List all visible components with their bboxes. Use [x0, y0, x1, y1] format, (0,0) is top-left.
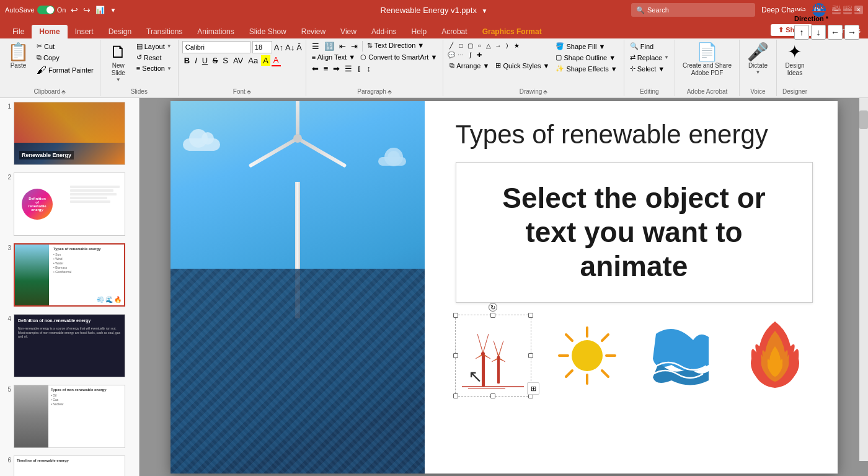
fire-icon-container[interactable] — [737, 315, 813, 396]
shape-oval[interactable]: ○ — [475, 41, 484, 50]
strikethrough-button[interactable]: S̶ — [211, 55, 219, 66]
tab-acrobat[interactable]: Acrobat — [434, 25, 474, 38]
shape-line[interactable]: ╱ — [447, 41, 456, 50]
sun-icon-container[interactable] — [549, 315, 625, 396]
shape-chevron[interactable]: ⟩ — [503, 41, 512, 50]
direction-down-btn[interactable]: ↓ — [811, 38, 826, 40]
shape-curve[interactable]: ∫ — [466, 50, 474, 59]
direction-left-btn[interactable]: ← — [828, 38, 843, 40]
shape-more[interactable]: ⋯ — [456, 50, 465, 59]
slide-thumb-1[interactable]: 1 Renewable Energy — [0, 98, 139, 169]
tab-help[interactable]: Help — [404, 25, 435, 38]
underline-button[interactable]: U — [200, 55, 210, 66]
drawing-expand-icon[interactable]: ⬘ — [543, 89, 547, 95]
copy-paste-overlay[interactable]: ⊞ — [527, 382, 539, 395]
tab-animations[interactable]: Animations — [190, 25, 241, 38]
font-color-button[interactable]: A — [272, 55, 281, 66]
char-spacing-button[interactable]: AV — [231, 55, 245, 66]
font-expand-icon[interactable]: ⬘ — [247, 89, 251, 95]
tab-transitions[interactable]: Transitions — [139, 25, 190, 38]
increase-indent-button[interactable]: ⇥ — [349, 41, 360, 52]
align-right-button[interactable]: ➡ — [331, 63, 342, 74]
align-center-button[interactable]: ≡ — [322, 63, 330, 74]
layout-button[interactable]: ▤ Layout ▼ — [134, 41, 174, 52]
cut-button[interactable]: ✂ Cut — [34, 41, 96, 52]
dictate-button[interactable]: 🎤 Dictate ▼ — [743, 41, 773, 78]
redo-icon[interactable]: ↪ — [83, 5, 91, 15]
shape-rounded[interactable]: ▢ — [466, 41, 474, 50]
font-size-select[interactable]: 18 — [252, 41, 272, 53]
scrollbar-thumb[interactable] — [859, 110, 868, 129]
tab-graphics-format[interactable]: Graphics Format — [475, 25, 549, 38]
quick-styles-button[interactable]: ⊞ Quick Styles ▼ — [493, 60, 552, 71]
section-button[interactable]: ≡ Section ▼ — [134, 63, 174, 73]
autosave-toggle[interactable]: AutoSave On — [5, 6, 66, 14]
slide-thumb-3[interactable]: 3 Types of renewable energy • Sun• Wind•… — [0, 240, 139, 310]
wind-turbine-icon-container[interactable]: ↻ ⊞ — [456, 315, 531, 396]
slide-thumb-6[interactable]: 6 Timeline of renewable energy — [0, 452, 139, 476]
bullets-button[interactable]: ☰ — [310, 41, 321, 52]
tab-view[interactable]: View — [333, 25, 364, 38]
justify-button[interactable]: ☰ — [343, 63, 354, 74]
shape-star[interactable]: ★ — [512, 41, 521, 50]
paragraph-expand-icon[interactable]: ⬘ — [388, 89, 392, 95]
select-button[interactable]: ⊹ Select ▼ — [628, 63, 671, 74]
paste-button[interactable]: 📋 Paste — [4, 41, 33, 72]
title-dropdown-icon[interactable]: ▼ — [482, 7, 488, 14]
format-painter-button[interactable]: 🖌 Format Painter — [34, 63, 96, 77]
clear-format-icon[interactable]: Ā — [296, 43, 302, 52]
font-size-down-icon[interactable]: A↓ — [285, 43, 294, 52]
search-box[interactable]: 🔍 Search — [631, 3, 755, 17]
tab-file[interactable]: File — [5, 25, 32, 38]
change-case-button[interactable]: Aa — [246, 55, 260, 66]
new-slide-button[interactable]: 🗋 NewSlide ▼ — [104, 41, 133, 85]
direction-up-btn[interactable]: ↑ — [794, 38, 809, 40]
shape-cross[interactable]: ✚ — [475, 50, 484, 59]
reset-button[interactable]: ↺ Reset — [134, 52, 174, 63]
shadow-button[interactable]: S — [221, 55, 230, 66]
shape-outline-button[interactable]: ▢ Shape Outline ▼ — [553, 52, 619, 63]
shape-fill-button[interactable]: 🪣 Shape Fill ▼ — [553, 41, 619, 52]
arrange-button[interactable]: ⧉ Arrange ▼ — [447, 60, 492, 71]
tab-insert[interactable]: Insert — [68, 25, 101, 38]
rotate-handle[interactable]: ↻ — [489, 303, 497, 312]
shape-triangle[interactable]: △ — [484, 41, 493, 50]
align-text-button[interactable]: ≡ Align Text ▼ — [310, 53, 357, 62]
bold-button[interactable]: B — [182, 55, 192, 66]
shape-effects-button[interactable]: ✨ Shape Effects ▼ — [553, 63, 619, 74]
line-spacing-button[interactable]: ↕ — [365, 63, 373, 74]
numbering-button[interactable]: 🔢 — [322, 41, 336, 52]
font-size-up-icon[interactable]: A↑ — [274, 43, 283, 52]
slide-thumb-4[interactable]: 4 Definition of non-renewable energy Non… — [0, 310, 139, 381]
wave-icon-container[interactable] — [644, 315, 719, 396]
tab-review[interactable]: Review — [294, 25, 333, 38]
quick-access-icon[interactable]: 📊 — [95, 6, 105, 14]
tab-home[interactable]: Home — [32, 25, 67, 38]
font-family-select[interactable]: Calibri — [182, 41, 250, 53]
tab-addins[interactable]: Add-ins — [364, 25, 404, 38]
clipboard-expand-icon[interactable]: ⬘ — [61, 89, 66, 95]
tab-slideshow[interactable]: Slide Show — [242, 25, 294, 38]
undo-icon[interactable]: ↩ — [71, 5, 78, 15]
create-pdf-button[interactable]: 📄 Create and ShareAdobe PDF — [679, 41, 735, 79]
copy-button[interactable]: ⧉ Copy — [34, 52, 96, 63]
canvas-area[interactable]: Types of renewable energy Select the obj… — [140, 98, 868, 476]
slide-thumb-5[interactable]: 5 Types of non-renewable energy • Oil• G… — [0, 381, 139, 452]
text-direction-button[interactable]: ⇅ Text Direction ▼ — [365, 41, 426, 52]
find-button[interactable]: 🔍 Find — [628, 41, 671, 52]
italic-button[interactable]: I — [193, 55, 199, 66]
slide-thumb-2[interactable]: 2 Definitionofrenewableenergy — [0, 169, 139, 240]
smartart-button[interactable]: ⬡ Convert to SmartArt ▼ — [358, 53, 439, 62]
shape-arrow[interactable]: → — [494, 41, 502, 50]
replace-button[interactable]: ⇄ Replace ▼ — [628, 52, 671, 63]
shape-callout[interactable]: 💬 — [447, 50, 456, 59]
shape-rect[interactable]: □ — [456, 41, 465, 50]
direction-right-btn[interactable]: → — [844, 38, 859, 40]
highlight-button[interactable]: A — [261, 55, 270, 66]
columns-button[interactable]: ⫿ — [355, 63, 363, 74]
autosave-switch[interactable] — [37, 6, 55, 14]
tab-design[interactable]: Design — [101, 25, 139, 38]
customize-qat-icon[interactable]: ▼ — [110, 7, 116, 14]
decrease-indent-button[interactable]: ⇤ — [337, 41, 348, 52]
align-left-button[interactable]: ⬅ — [310, 63, 321, 74]
